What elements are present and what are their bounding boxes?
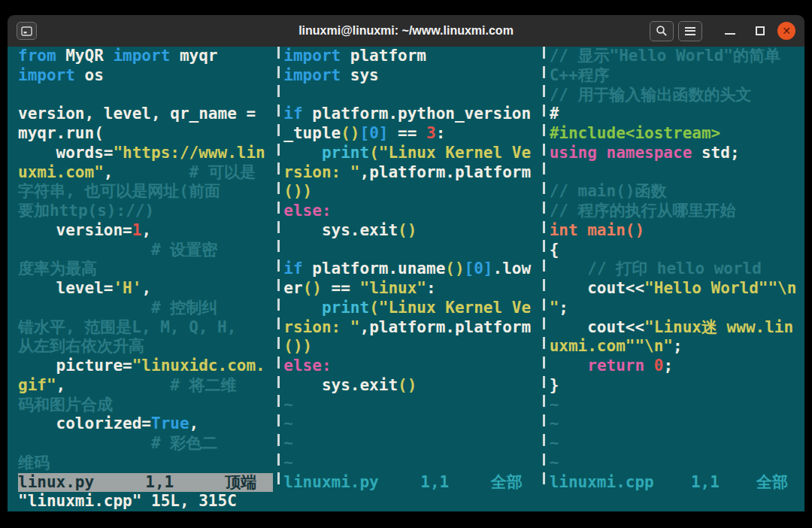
code-line: sys.exit() <box>283 221 538 241</box>
code-token: # 控制纠 <box>151 299 217 317</box>
code-token: ,platform.platform <box>359 163 531 181</box>
code-token: colorized= <box>18 414 151 432</box>
code-token: if <box>283 105 302 123</box>
code-token: } <box>550 376 559 394</box>
vim-pane-linux-py[interactable]: from MyQR import myqrimport osversion, l… <box>18 47 273 492</box>
code-line <box>550 163 804 183</box>
status-filename: linuxmi.py <box>283 473 378 493</box>
code-token: words= <box>18 144 113 162</box>
code-line: print("Linux Kernel Ve <box>283 299 538 318</box>
code-line: cout<<"Hello World""\n <box>550 279 804 299</box>
vim-vertical-split-1[interactable] <box>273 47 283 492</box>
code-token: "https://www.lin <box>113 144 265 162</box>
code-token: _tuple <box>283 124 341 142</box>
code-token: sys <box>341 66 379 84</box>
code-line: C++程序 <box>550 66 804 86</box>
code-line: ()) <box>283 337 538 357</box>
code-line: { <box>550 241 804 260</box>
code-token: [0] <box>359 124 388 142</box>
code-token: std; <box>692 144 739 162</box>
search-button[interactable] <box>650 21 674 41</box>
code-token: # 彩色二 <box>151 434 217 452</box>
code-line: 字符串, 也可以是网址(前面 <box>18 182 273 202</box>
code-token: platform <box>341 47 426 65</box>
code-line: picture="linuxidc.com. <box>18 357 273 376</box>
search-icon <box>656 25 668 37</box>
code-token <box>18 434 151 452</box>
code-token: "Linux迷 www.lin <box>644 318 793 336</box>
code-line: ~ <box>550 454 804 473</box>
code-token: " <box>550 299 559 317</box>
code-token: uxmi.com" <box>18 163 104 181</box>
code-line: // 用于输入输出函数的头文 <box>550 86 804 105</box>
code-token <box>18 299 151 317</box>
code-area-linuxmi-cpp[interactable]: // 显示"Hello World"的简单C++程序// 用于输入输出函数的头文… <box>550 47 804 473</box>
code-line: colorized=True, <box>18 414 273 434</box>
code-line: if platform.uname()[0].low <box>283 259 538 279</box>
code-token: == <box>322 279 360 297</box>
code-line: 要加http(s)://) <box>18 202 273 221</box>
code-token: platform.python_version <box>303 105 531 123</box>
code-area-linux-py[interactable]: from MyQR import myqrimport osversion, l… <box>18 47 273 473</box>
code-token: , <box>141 221 151 239</box>
code-token: ~ <box>550 414 559 432</box>
code-token: MyQR <box>56 47 114 65</box>
code-token: "linuxidc.com. <box>132 357 265 375</box>
app-icon-button[interactable] <box>17 22 37 40</box>
code-token: : <box>436 124 446 142</box>
vim-pane-linuxmi-cpp[interactable]: // 显示"Hello World"的简单C++程序// 用于输入输出函数的头文… <box>550 47 804 492</box>
code-token: .low <box>493 259 532 278</box>
code-token: return <box>587 357 644 375</box>
code-token: 3 <box>426 124 436 142</box>
code-line: ~ <box>283 454 538 473</box>
code-token: rsion: " <box>283 318 359 336</box>
status-position: 顶端 <box>225 473 256 493</box>
code-token: ~ <box>283 414 293 432</box>
code-line: # <box>550 105 804 124</box>
vim-splits: from MyQR import myqrimport osversion, l… <box>18 47 804 492</box>
code-line: } <box>550 376 804 396</box>
code-token: ("Linux Kernel Ve <box>369 144 531 162</box>
code-area-linuxmi-py[interactable]: import platformimport sysif platform.pyt… <box>283 47 538 473</box>
vim-pane-linuxmi-py[interactable]: import platformimport sysif platform.pyt… <box>283 47 538 492</box>
code-line: er() == "linux": <box>283 279 538 299</box>
code-token: ~ <box>283 396 293 414</box>
code-token: , <box>56 376 171 394</box>
code-line: ()) <box>283 182 538 202</box>
code-line: print("Linux Kernel Ve <box>283 144 538 163</box>
code-token: ; <box>559 299 568 317</box>
status-filename: linuxmi.cpp <box>550 473 654 493</box>
code-token: import <box>18 66 75 84</box>
maximize-button[interactable] <box>747 18 773 44</box>
code-line: uxmi.com", # 可以是 <box>18 163 273 183</box>
code-token: myqr.run( <box>18 124 104 142</box>
code-token: // 打印 hello world <box>587 259 762 278</box>
code-token: import <box>113 47 170 65</box>
minimize-button[interactable] <box>717 18 743 44</box>
code-line: myqr.run( <box>18 124 273 144</box>
code-token: 错水平, 范围是L, M, Q, H, <box>18 318 236 336</box>
terminal-content[interactable]: from MyQR import myqrimport osversion, l… <box>8 47 804 511</box>
code-token: using namespace <box>550 144 692 162</box>
code-token: print <box>322 144 369 162</box>
code-token: True <box>151 414 189 432</box>
code-token: ; <box>673 337 683 355</box>
code-line: // main()函数 <box>550 182 804 202</box>
code-token <box>18 241 151 259</box>
code-line <box>18 86 273 105</box>
menu-button[interactable] <box>678 21 702 41</box>
close-button[interactable]: ✕ <box>777 22 795 40</box>
code-token: () <box>398 376 417 394</box>
statusline-linuxmi-py: linuxmi.py 1,1 全部 <box>283 473 538 493</box>
vim-command-line: "linuxmi.cpp" 15L, 315C <box>18 492 804 511</box>
code-line: version=1, <box>18 221 273 241</box>
vim-vertical-split-2[interactable] <box>539 47 550 492</box>
code-token: == <box>388 124 426 142</box>
code-token: () <box>445 259 464 278</box>
split-separator-line <box>543 47 545 492</box>
code-line: else: <box>283 202 538 221</box>
maximize-icon <box>756 26 765 35</box>
code-token: ~ <box>283 454 293 472</box>
code-token: ~ <box>283 434 293 452</box>
status-position: 全部 <box>491 473 523 493</box>
